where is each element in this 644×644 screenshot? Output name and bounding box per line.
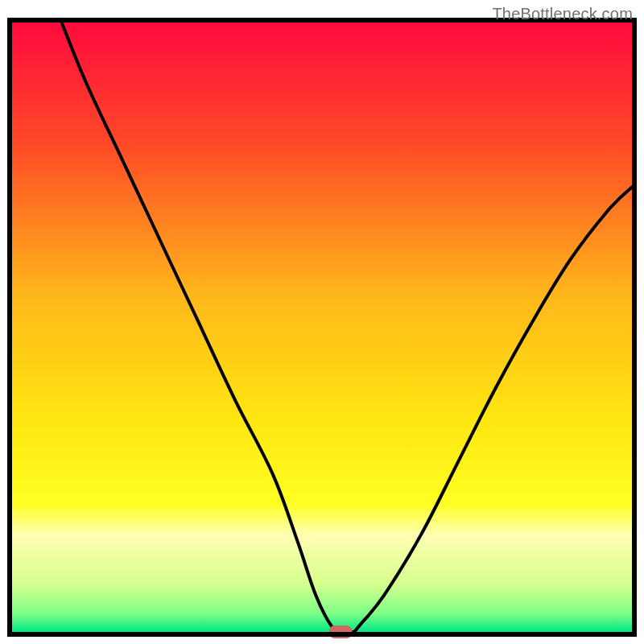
watermark-text: TheBottleneck.com	[492, 5, 633, 23]
bottleneck-chart: TheBottleneck.com	[0, 0, 644, 644]
chart-canvas	[0, 0, 644, 644]
plot-background	[12, 23, 632, 632]
